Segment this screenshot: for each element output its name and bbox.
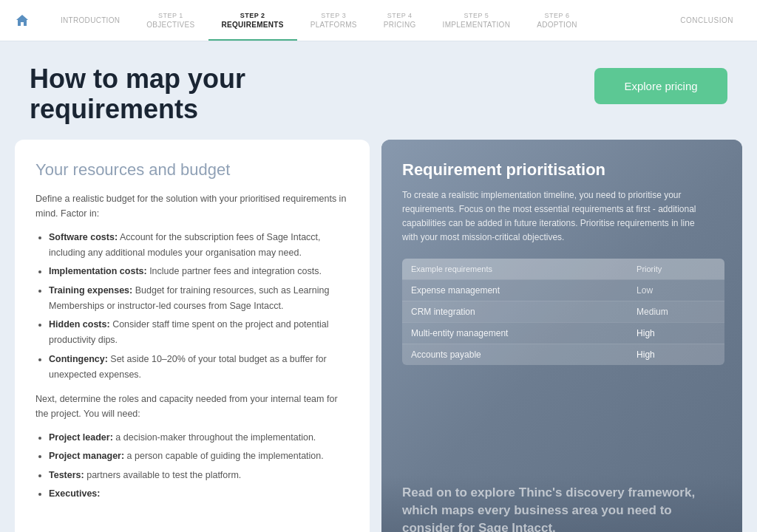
table-row: Multi-entity management High <box>402 322 724 344</box>
nav-item-step6[interactable]: STEP 6 ADOPTION <box>523 0 591 41</box>
home-icon <box>15 13 30 28</box>
hero-section: How to map your requirements Explore pri… <box>0 41 757 140</box>
main-content: Your resources and budget Define a reali… <box>0 140 757 532</box>
list-item: Implementation costs: Include partner fe… <box>49 264 349 279</box>
list-item: Training expenses: Budget for training r… <box>49 283 349 315</box>
nav-item-step2[interactable]: STEP 2 REQUIREMENTS <box>208 0 297 41</box>
list-item: Contingency: Set aside 10–20% of your to… <box>49 352 349 383</box>
req-priority: High <box>628 344 724 365</box>
bullet-text: a person capable of guiding the implemen… <box>124 451 324 461</box>
resources-title: Your resources and budget <box>35 160 349 180</box>
table-row: Accounts payable High <box>402 344 724 365</box>
list-item: Software costs: Account for the subscrip… <box>49 230 349 262</box>
nav-items: INTRODUCTION STEP 1 OBJECTIVES STEP 2 RE… <box>47 0 671 41</box>
nav-item-step3[interactable]: STEP 3 PLATFORMS <box>297 0 370 41</box>
req-priority: Medium <box>628 301 724 322</box>
bullet-bold: Testers: <box>49 470 84 480</box>
bullet-bold: Training expenses: <box>49 285 132 296</box>
bullet-bold: Hidden costs: <box>49 319 110 330</box>
bottom-cta-text: Read on to explore Thinc's discovery fra… <box>402 484 722 532</box>
nav-item-step5[interactable]: STEP 5 IMPLEMENTATION <box>430 0 524 41</box>
list-item: Project manager: a person capable of gui… <box>49 449 349 464</box>
table-row: CRM integration Medium <box>402 301 724 322</box>
col-priority: Priority <box>628 259 724 280</box>
roles-bullets: Project leader: a decision-maker through… <box>35 430 349 502</box>
bullet-text: a decision-maker throughout the implemen… <box>113 432 316 443</box>
requirements-table: Example requirements Priority Expense ma… <box>402 259 724 365</box>
req-name: Multi-entity management <box>402 322 628 344</box>
nav-item-introduction[interactable]: INTRODUCTION <box>47 0 133 41</box>
bullet-text: partners available to test the platform. <box>84 470 242 480</box>
bullet-bold: Implementation costs: <box>49 266 147 276</box>
list-item: Project leader: a decision-maker through… <box>49 430 349 446</box>
req-priority: High <box>628 322 724 344</box>
bullet-bold: Project manager: <box>49 451 124 461</box>
table-header-row: Example requirements Priority <box>402 259 724 280</box>
navigation: INTRODUCTION STEP 1 OBJECTIVES STEP 2 RE… <box>0 0 757 41</box>
req-description: To create a realistic implementation tim… <box>402 188 698 245</box>
bullet-bold: Executives: <box>49 488 100 499</box>
req-title: Requirement prioritisation <box>402 160 724 180</box>
bullet-bold: Contingency: <box>49 354 108 364</box>
req-name: Accounts payable <box>402 344 628 365</box>
resources-intro: Define a realistic budget for the soluti… <box>35 191 349 221</box>
panel-content: Requirement prioritisation To create a r… <box>381 140 742 380</box>
req-name: CRM integration <box>402 301 628 322</box>
list-item: Hidden costs: Consider staff time spent … <box>49 317 349 349</box>
cost-bullets: Software costs: Account for the subscrip… <box>35 230 349 383</box>
col-requirements: Example requirements <box>402 259 628 280</box>
home-button[interactable] <box>15 13 30 28</box>
table-row: Expense management Low <box>402 279 724 301</box>
bottom-cta: Read on to explore Thinc's discovery fra… <box>381 475 742 532</box>
bullet-bold: Software costs: <box>49 232 118 242</box>
list-item: Executives: <box>49 486 349 502</box>
explore-pricing-button[interactable]: Explore pricing <box>594 68 727 104</box>
next-text: Next, determine the roles and capacity n… <box>35 392 349 421</box>
left-panel: Your resources and budget Define a reali… <box>15 140 370 532</box>
page-title: How to map your requirements <box>30 64 310 125</box>
req-priority: Low <box>628 279 724 301</box>
req-name: Expense management <box>402 279 628 301</box>
bullet-text: Include partner fees and integration cos… <box>147 266 322 276</box>
bullet-bold: Project leader: <box>49 432 113 443</box>
nav-conclusion[interactable]: CONCLUSION <box>671 16 742 24</box>
nav-item-step4[interactable]: STEP 4 PRICING <box>370 0 430 41</box>
nav-item-step1[interactable]: STEP 1 OBJECTIVES <box>133 0 208 41</box>
list-item: Testers: partners available to test the … <box>49 468 349 483</box>
right-panel: Requirement prioritisation To create a r… <box>381 140 742 532</box>
